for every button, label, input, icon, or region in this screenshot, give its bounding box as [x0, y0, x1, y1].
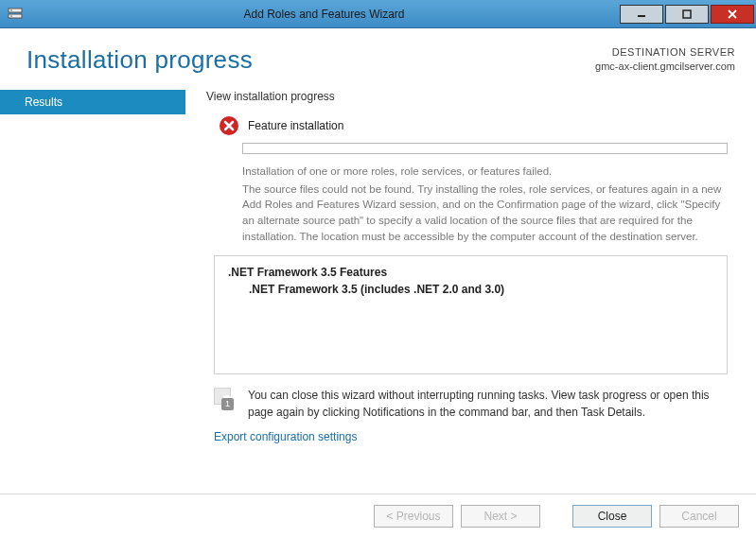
cancel-button: Cancel	[659, 505, 739, 528]
notification-count: 1	[221, 398, 234, 410]
notification-note: 1 You can close this wizard without inte…	[214, 388, 728, 421]
progress-bar	[242, 143, 728, 154]
destination-label: DESTINATION SERVER	[595, 45, 735, 60]
error-message: Installation of one or more roles, role …	[242, 164, 728, 244]
error-message-body: The source files could not be found. Try…	[242, 183, 721, 242]
export-settings-link[interactable]: Export configuration settings	[214, 430, 735, 443]
minimize-button[interactable]	[620, 5, 663, 24]
error-message-line1: Installation of one or more roles, role …	[242, 164, 728, 180]
error-icon	[220, 116, 238, 135]
note-text: You can close this wizard without interr…	[248, 388, 728, 421]
svg-rect-5	[683, 10, 691, 18]
feature-installation-label: Feature installation	[248, 119, 343, 132]
features-list: .NET Framework 3.5 Features .NET Framewo…	[214, 255, 728, 374]
wizard-main: View installation progress Feature insta…	[185, 84, 756, 491]
sidebar-step-results[interactable]: Results	[0, 90, 185, 114]
wizard-footer: < Previous Next > Close Cancel	[0, 494, 756, 537]
previous-button: < Previous	[374, 505, 453, 528]
title-bar: Add Roles and Features Wizard	[0, 0, 756, 28]
feature-item: .NET Framework 3.5 (includes .NET 2.0 an…	[228, 283, 713, 296]
svg-rect-1	[9, 14, 22, 18]
window-title: Add Roles and Features Wizard	[28, 8, 620, 21]
page-title: Installation progress	[26, 45, 253, 75]
section-title: View installation progress	[206, 90, 735, 103]
next-button: Next >	[461, 505, 540, 528]
close-wizard-button[interactable]: Close	[572, 505, 652, 528]
svg-rect-0	[9, 9, 22, 12]
destination-server: DESTINATION SERVER gmc-ax-client.gmcilse…	[595, 45, 735, 75]
destination-value: gmc-ax-client.gmcilserver.com	[595, 60, 735, 74]
window-controls	[620, 5, 756, 24]
close-button[interactable]	[711, 5, 754, 24]
maximize-button[interactable]	[665, 5, 709, 24]
svg-point-3	[10, 15, 12, 17]
svg-point-2	[10, 9, 12, 11]
server-manager-icon	[8, 7, 23, 22]
header: Installation progress DESTINATION SERVER…	[0, 28, 756, 84]
flag-icon: 1	[214, 388, 238, 416]
feature-group: .NET Framework 3.5 Features	[228, 266, 713, 279]
wizard-sidebar: Results	[0, 84, 185, 491]
